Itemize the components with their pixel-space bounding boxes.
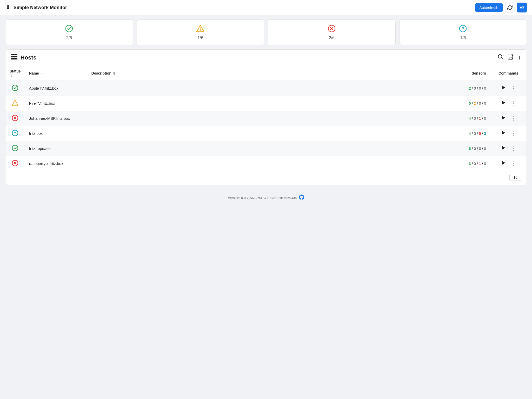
page-size[interactable]: 10 bbox=[509, 174, 521, 181]
play-button[interactable] bbox=[501, 115, 506, 120]
commands-cell: ⋮ bbox=[490, 156, 527, 171]
autorefresh-button[interactable]: Autorefresh bbox=[475, 3, 503, 12]
more-button[interactable]: ⋮ bbox=[511, 101, 516, 106]
status-cell bbox=[5, 156, 25, 171]
svg-marker-43 bbox=[502, 161, 505, 165]
description-cell bbox=[87, 81, 449, 96]
warn-icon bbox=[196, 24, 204, 34]
summary-warn-value: 1/6 bbox=[197, 36, 203, 40]
svg-text:?: ? bbox=[14, 131, 16, 135]
play-button[interactable] bbox=[501, 130, 506, 135]
github-icon[interactable] bbox=[299, 195, 304, 201]
hosts-title: Hosts bbox=[21, 54, 36, 61]
svg-point-29 bbox=[15, 104, 16, 105]
svg-marker-37 bbox=[502, 131, 505, 135]
svg-rect-16 bbox=[11, 56, 17, 57]
summary-card-warn: 1/6 bbox=[137, 19, 264, 45]
name-cell: fritz.box bbox=[25, 126, 87, 141]
svg-marker-34 bbox=[502, 116, 505, 119]
play-button[interactable] bbox=[501, 85, 506, 90]
summary-ok-value: 2/6 bbox=[66, 36, 72, 40]
sensors-cell: 0 / 2 / 0 / 0 bbox=[449, 96, 490, 111]
sensors-cell: 4 / 0 / 1 / 0 bbox=[449, 111, 490, 126]
summary-row: 2/6 1/6 2/6 ? 1/6 bbox=[0, 15, 532, 49]
status-cell bbox=[5, 111, 25, 126]
add-host-icon[interactable]: + bbox=[517, 54, 521, 61]
commands-cell: ⋮ bbox=[490, 141, 527, 156]
col-header-commands: Commands bbox=[490, 66, 527, 81]
summary-card-ok: 2/6 bbox=[5, 19, 133, 45]
svg-point-5 bbox=[521, 8, 522, 9]
ok-icon bbox=[65, 24, 73, 34]
svg-point-6 bbox=[66, 25, 72, 32]
app-title-area: 🌡 Simple Network Monitor bbox=[5, 4, 67, 11]
sensors-cell: 2 / 0 / 0 / 0 bbox=[449, 81, 490, 96]
error-icon bbox=[328, 24, 336, 34]
svg-marker-26 bbox=[502, 86, 505, 89]
status-cell bbox=[5, 96, 25, 111]
description-cell bbox=[87, 126, 449, 141]
hosts-title-area: Hosts bbox=[11, 53, 36, 62]
status-sort-icon: ⇅ bbox=[10, 74, 12, 77]
svg-line-19 bbox=[501, 58, 503, 60]
settings-icon bbox=[519, 5, 524, 10]
table-row: Johannes-MBP.fritz.box 4 / 0 / 1 / 0 ⋮ bbox=[5, 111, 527, 126]
unknown-icon: ? bbox=[459, 24, 467, 34]
export-icon[interactable] bbox=[508, 54, 514, 62]
name-cell: AppleTV.fritz.box bbox=[25, 81, 87, 96]
desc-sort-icon: ⇅ bbox=[113, 72, 115, 75]
table-header-row: Status ⇅ Name ↑ Description ⇅ Sensors Co… bbox=[5, 66, 527, 81]
table-row: raspberrypi.fritz.box 3 / 0 / 1 / 0 ⋮ bbox=[5, 156, 527, 171]
status-cell: ? bbox=[5, 126, 25, 141]
commands-cell: ⋮ bbox=[490, 96, 527, 111]
col-header-status[interactable]: Status ⇅ bbox=[5, 66, 25, 81]
hosts-header: Hosts + bbox=[5, 50, 527, 66]
table-row: FireTV.fritz.box 0 / 2 / 0 / 0 ⋮ bbox=[5, 96, 527, 111]
play-button[interactable] bbox=[501, 100, 506, 105]
commands-cell: ⋮ bbox=[490, 126, 527, 141]
col-header-description[interactable]: Description ⇅ bbox=[87, 66, 449, 81]
col-header-name[interactable]: Name ↑ bbox=[25, 66, 87, 81]
summary-card-unknown: ? 1/6 bbox=[399, 19, 527, 45]
more-button[interactable]: ⋮ bbox=[511, 131, 516, 136]
summary-unknown-value: 1/6 bbox=[460, 36, 466, 40]
pagination-row: 10 bbox=[5, 171, 527, 185]
commit-text: Commit: ec59434 bbox=[270, 196, 297, 200]
hosts-table: Status ⇅ Name ↑ Description ⇅ Sensors Co… bbox=[5, 66, 527, 171]
svg-text:?: ? bbox=[462, 26, 464, 31]
svg-rect-15 bbox=[11, 54, 17, 55]
table-row: AppleTV.fritz.box 2 / 0 / 0 / 0 ⋮ bbox=[5, 81, 527, 96]
app-logo: 🌡 bbox=[5, 4, 11, 11]
svg-point-4 bbox=[522, 7, 523, 8]
more-button[interactable]: ⋮ bbox=[511, 116, 516, 121]
refresh-icon bbox=[507, 5, 513, 10]
commands-cell: ⋮ bbox=[490, 81, 527, 96]
footer: Version: 0.0.7-SNAPSHOT Commit: ec59434 bbox=[0, 190, 532, 205]
svg-marker-39 bbox=[502, 146, 505, 150]
sensors-cell: 4 / 0 / 5 / 3 bbox=[449, 126, 490, 141]
svg-rect-17 bbox=[11, 58, 17, 59]
settings-button[interactable] bbox=[517, 3, 527, 12]
sensors-cell: 3 / 0 / 1 / 0 bbox=[449, 156, 490, 171]
hosts-table-icon bbox=[11, 53, 18, 62]
search-icon[interactable] bbox=[497, 54, 504, 62]
status-cell bbox=[5, 81, 25, 96]
table-row: ? fritz.box 4 / 0 / 5 / 3 ⋮ bbox=[5, 126, 527, 141]
name-cell: fritz.repeater bbox=[25, 141, 87, 156]
svg-marker-30 bbox=[502, 101, 505, 104]
hosts-action-icons: + bbox=[497, 54, 521, 62]
svg-point-18 bbox=[498, 55, 502, 58]
description-cell bbox=[87, 111, 449, 126]
play-button[interactable] bbox=[501, 145, 506, 150]
name-cell: raspberrypi.fritz.box bbox=[25, 156, 87, 171]
header-actions: Autorefresh bbox=[475, 3, 527, 12]
more-button[interactable]: ⋮ bbox=[511, 146, 516, 151]
description-cell bbox=[87, 156, 449, 171]
more-button[interactable]: ⋮ bbox=[511, 85, 516, 91]
more-button[interactable]: ⋮ bbox=[511, 161, 516, 167]
play-button[interactable] bbox=[501, 161, 506, 165]
refresh-button[interactable] bbox=[505, 3, 515, 12]
name-cell: FireTV.fritz.box bbox=[25, 96, 87, 111]
version-text: Version: 0.0.7-SNAPSHOT bbox=[228, 196, 268, 200]
svg-point-9 bbox=[200, 30, 201, 31]
